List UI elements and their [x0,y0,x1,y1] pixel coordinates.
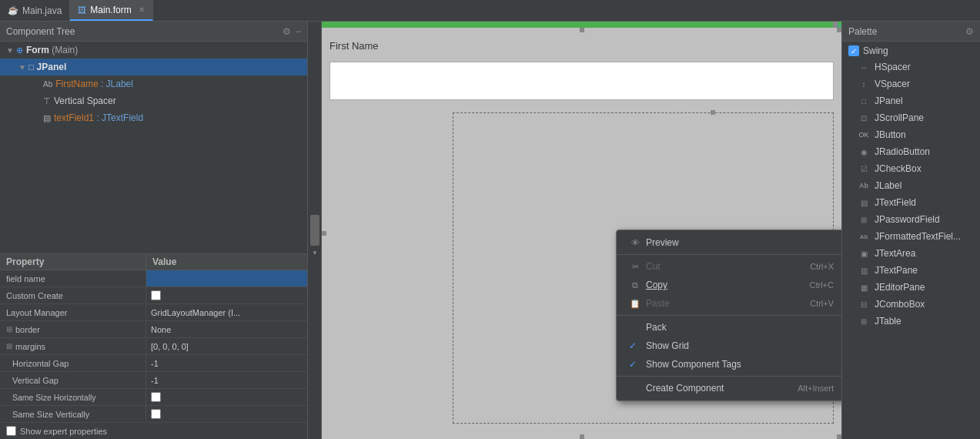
jpasswordfield-label: JPasswordField [875,214,940,225]
field-name-input[interactable] [151,274,303,283]
palette-item-jpasswordfield[interactable]: ⊞ JPasswordField [842,211,980,228]
dashed-handle-top[interactable] [711,110,715,115]
palette-title: Palette [848,26,877,37]
palette-item-jeditorpane[interactable]: ▦ JEditorPane [842,279,980,296]
jscrollpane-label: JScrollPane [875,112,924,123]
tree-item-textfield1[interactable]: ▤ textField1 : JTextField [0,109,307,126]
center-panel: ▼ ↔ First Name [308,22,841,439]
prop-name-field-name: field name [0,270,146,287]
palette-item-jcombobox[interactable]: ⊟ JComboBox [842,296,980,313]
palette-item-jcheckbox[interactable]: ☑ JCheckBox [842,160,980,177]
prop-row-horizontal-gap: Horizontal Gap -1 [0,355,307,372]
show-grid-check-icon: ✓ [629,340,637,351]
jeditorpane-label: JEditorPane [875,282,925,293]
jpanel-item-text: JPanel [37,62,67,72]
resize-handle-bottom[interactable] [580,434,584,439]
tree-item-vspacer[interactable]: ⊤ Vertical Spacer [0,92,307,109]
jbutton-label: JButton [875,129,906,140]
label-item-icon: Ab [43,80,52,89]
jlabel-label: JLabel [875,180,901,191]
show-expert-properties[interactable]: Show expert properties [0,423,307,439]
minimize-icon[interactable]: − [296,26,301,37]
show-expert-checkbox[interactable] [6,426,16,436]
settings-icon[interactable]: ⚙ [283,26,291,37]
prop-value-custom-create[interactable] [146,287,307,303]
palette-item-jtextfield[interactable]: ▤ JTextField [842,194,980,211]
form-arrow-icon: ▼ [6,46,14,55]
palette-swing-header[interactable]: ✓ Swing [842,43,980,59]
resize-handle-bottom-right[interactable] [837,434,841,439]
palette-item-jformattedtextfield[interactable]: Ab JFormattedTextFiel... [842,228,980,245]
jscrollpane-icon: ⊡ [858,112,870,124]
menu-item-paste: 📋 Paste Ctrl+V [617,294,841,313]
prop-value-field-name[interactable] [146,270,307,287]
form-item-text: Form (Main) [26,45,78,55]
palette-item-vspacer[interactable]: ↕ VSpacer [842,75,980,92]
prop-name-layout-manager: Layout Manager [0,304,146,320]
jformattedtextfield-icon: Ab [858,230,870,243]
vspacer-palette-label: VSpacer [875,79,910,89]
palette-item-jlabel[interactable]: Ab JLabel [842,177,980,194]
palette-item-jtable[interactable]: ⊞ JTable [842,313,980,330]
jcheckbox-label: JCheckBox [875,163,921,174]
same-size-v-checkbox[interactable] [151,409,161,419]
paste-label: Paste [646,298,670,309]
jlabel-icon: Ab [858,179,870,192]
palette-item-jradiobutton[interactable]: ◉ JRadioButton [842,143,980,160]
menu-item-pack[interactable]: Pack [617,318,841,337]
jradiobutton-icon: ◉ [858,146,870,158]
palette-item-jpanel[interactable]: □ JPanel [842,92,980,109]
same-size-h-checkbox[interactable] [151,392,161,402]
palette-item-jtextpane[interactable]: ▥ JTextPane [842,262,980,279]
jpanel-arrow-icon: ▼ [18,63,26,72]
prop-row-custom-create: Custom Create [0,287,307,304]
close-tab-button[interactable]: ✕ [139,5,145,14]
expand-arrow-icon: ↔ [835,22,841,29]
copy-label: Copy [646,280,667,290]
left-panel: Component Tree ⚙ − ▼ ⊕ Form (Main) ▼ □ [0,22,308,439]
prop-value-vertical-gap: -1 [146,372,307,388]
main-layout: Component Tree ⚙ − ▼ ⊕ Form (Main) ▼ □ [0,22,980,439]
jbutton-icon: OK [858,129,870,141]
props-col-value: Value [146,254,182,270]
menu-item-show-grid[interactable]: ✓ Show Grid [617,337,841,355]
show-expert-label: Show expert properties [20,427,107,436]
tree-item-firstname[interactable]: Ab FirstName : JLabel [0,75,307,92]
jradiobutton-label: JRadioButton [875,146,930,157]
menu-item-create-component[interactable]: Create Component Alt+Insert [617,379,841,397]
palette-header: Palette ⚙ [842,22,980,42]
swing-checked-icon: ✓ [848,45,859,56]
scroll-thumb[interactable] [310,215,319,246]
props-header: Property Value [0,254,307,270]
resize-handle-left[interactable] [322,231,326,236]
vspacer-palette-icon: ↕ [858,78,870,90]
menu-item-show-component-tags[interactable]: ✓ Show Component Tags [617,355,841,374]
palette-item-jtextarea[interactable]: ▣ JTextArea [842,245,980,262]
prop-value-border: None [146,321,307,337]
palette-item-jbutton[interactable]: OK JButton [842,126,980,143]
component-tree-icons: ⚙ − [283,26,301,37]
jtextarea-icon: ▣ [858,247,870,260]
menu-item-copy[interactable]: ⧉ Copy Ctrl+C [617,276,841,294]
component-tree-title: Component Tree [6,26,75,37]
tree-item-form[interactable]: ▼ ⊕ Form (Main) [0,42,307,59]
custom-create-checkbox[interactable] [151,290,161,300]
resize-handle-top[interactable] [580,28,584,32]
tab-main-java[interactable]: ☕ Main.java [0,0,70,21]
palette-item-jscrollpane[interactable]: ⊡ JScrollPane [842,109,980,126]
tab-main-form[interactable]: 🖼 Main.form ✕ [70,0,152,21]
tree-item-jpanel[interactable]: ▼ □ JPanel [0,59,307,75]
jcheckbox-icon: ☑ [858,163,870,175]
palette-item-hspacer[interactable]: ↔ HSpacer [842,59,980,75]
prop-value-same-size-h[interactable] [146,389,307,405]
prop-name-border: ⊞ border [0,321,146,337]
menu-item-preview[interactable]: 👁 Preview [617,233,841,252]
palette-gear-icon[interactable]: ⚙ [965,26,974,37]
jcombobox-icon: ⊟ [858,298,870,310]
prop-row-margins: ⊞ margins [0, 0, 0, 0] [0,338,307,355]
form-textfield[interactable] [329,62,834,100]
prop-value-same-size-v[interactable] [146,406,307,422]
jeditorpane-icon: ▦ [858,281,870,293]
jpasswordfield-icon: ⊞ [858,213,870,226]
prop-row-same-size-h: Same Size Horizontally [0,389,307,406]
